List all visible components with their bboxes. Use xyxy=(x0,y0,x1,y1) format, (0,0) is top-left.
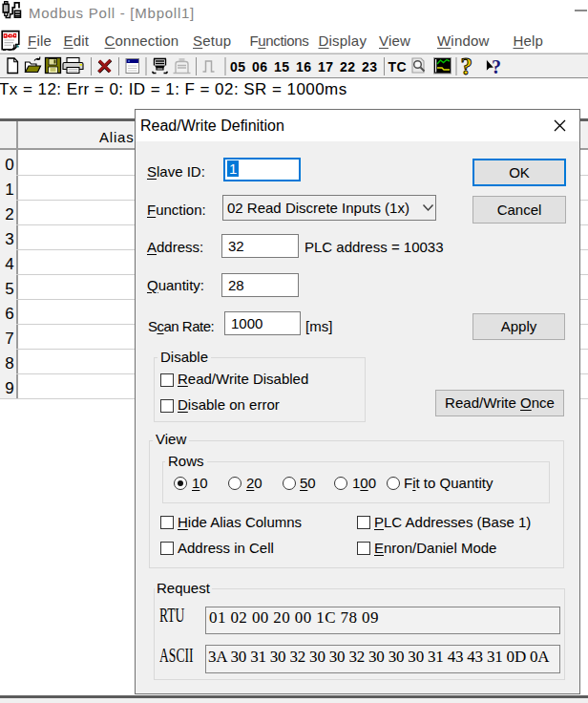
svg-text:?: ? xyxy=(461,53,473,78)
svg-text:05: 05 xyxy=(230,59,246,75)
svg-text:06: 06 xyxy=(252,59,268,75)
svg-text:TC: TC xyxy=(388,59,408,75)
svg-text:22: 22 xyxy=(340,59,356,75)
svg-text:15: 15 xyxy=(274,59,290,75)
svg-text:17: 17 xyxy=(318,59,334,75)
svg-text:?: ? xyxy=(492,56,501,77)
svg-text:23: 23 xyxy=(362,59,378,75)
svg-text:16: 16 xyxy=(296,59,312,75)
